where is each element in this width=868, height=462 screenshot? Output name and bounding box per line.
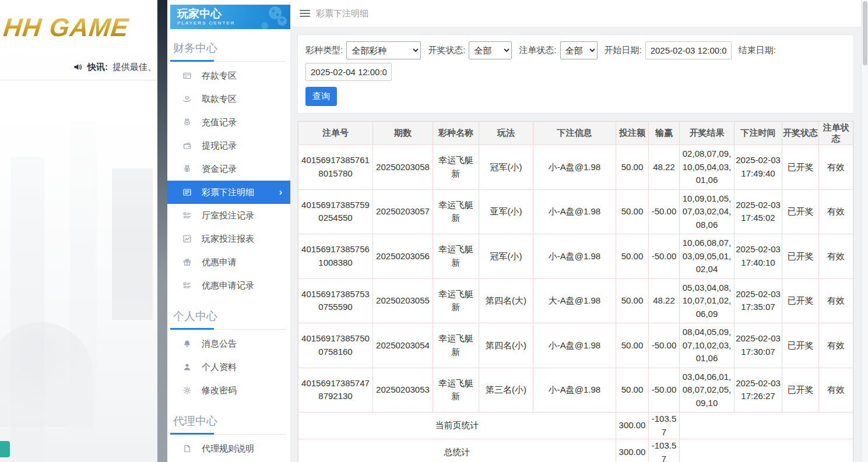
empty-cell [680, 412, 853, 439]
table-cell: 已开奖 [782, 368, 819, 412]
table-cell: 第三名(小) [479, 368, 533, 412]
section-underline [170, 61, 286, 62]
sidebar-item-promo-apply-records[interactable]: 优惠申请记录 [167, 274, 290, 297]
table-cell: -50.00 [649, 234, 680, 279]
sidebar-item-hall-bet-records[interactable]: 厅室投注记录 [167, 204, 290, 227]
table-cell: 幸运飞艇新 [433, 145, 479, 190]
sidebar-item-agent-rules[interactable]: 代理规则说明 [167, 437, 290, 460]
sidebar-item-recharge-records[interactable]: 充值记录 [167, 111, 290, 134]
start-date-input[interactable] [645, 41, 732, 59]
scrollbar-thumb[interactable] [863, 1, 867, 65]
end-date-label: 结束日期: [739, 45, 776, 56]
end-date-input[interactable] [305, 63, 392, 81]
bets-table: 注单号期数彩种名称玩法下注信息投注额输赢开奖结果下注时间开奖状态注单状态4015… [298, 121, 853, 462]
table-cell: 48.22 [649, 145, 680, 190]
draw-status-label: 开奖状态: [428, 45, 465, 56]
table-cell: 大-A盘@1.98 [533, 278, 616, 323]
table-cell: 已开奖 [782, 145, 819, 190]
order-status-label: 注单状态: [519, 45, 556, 56]
column-header: 下注时间 [735, 122, 782, 145]
sidebar-item-label: 取款专区 [202, 94, 237, 105]
table-cell: 有效 [819, 323, 853, 368]
table-cell: 2025-02-03 17:45:02 [735, 189, 782, 234]
table-cell: 20250203055 [373, 278, 433, 323]
table-cell: 401569173857500758160 [298, 323, 373, 368]
money-bag-icon [182, 118, 192, 127]
sidebar-item-message-announcements[interactable]: 消息公告 [167, 332, 290, 355]
table-cell: 50.00 [616, 145, 649, 190]
sidebar-item-withdraw-zone[interactable]: 取款专区 [167, 87, 290, 111]
table-row: 40156917385747879213020250203053幸运飞艇新第三名… [298, 368, 853, 412]
speaker-icon [73, 62, 83, 72]
sidebar-item-deposit-zone[interactable]: 存款专区 [167, 64, 290, 87]
table-cell: 10,09,01,05,07,03,02,04,08,06 [680, 189, 735, 234]
table-cell: 已开奖 [782, 189, 819, 234]
person-icon [182, 362, 192, 372]
sidebar-item-label: 厅室投注记录 [202, 210, 254, 221]
table-cell: 02,08,07,09,10,05,04,03,01,06 [680, 145, 735, 190]
floating-widget-tab[interactable] [0, 441, 10, 457]
sidebar-item-label: 存款专区 [202, 70, 237, 82]
table-cell: 20250203056 [373, 234, 433, 279]
table-cell: 有效 [819, 189, 853, 234]
draw-status-select[interactable]: 全部 [469, 41, 512, 59]
sidebar-header: 玩家中心 PLAYERS CENTER [170, 5, 290, 29]
site-logo: HH GAME [2, 13, 130, 42]
lottery-type-label: 彩种类型: [305, 45, 343, 56]
table-cell: 03,04,06,01,08,07,02,05,09,10 [680, 368, 735, 412]
table-cell: 50.00 [616, 234, 649, 279]
table-cell: 有效 [819, 278, 853, 323]
section-underline [170, 329, 286, 330]
page-scrollbar[interactable] [861, 0, 868, 462]
sidebar-item-funds-records[interactable]: 资金记录 [167, 157, 290, 181]
table-cell: 幸运飞艇新 [433, 323, 479, 368]
sidebar-item-label: 充值记录 [202, 117, 237, 128]
table-cell: 50.00 [616, 323, 649, 368]
table-header-row: 注单号期数彩种名称玩法下注信息投注额输赢开奖结果下注时间开奖状态注单状态 [298, 122, 853, 145]
sidebar-item-player-bet-report[interactable]: 玩家投注报表 [167, 227, 290, 251]
table-cell: 小-A盘@1.98 [533, 368, 616, 412]
sidebar-item-change-password[interactable]: 修改密码 [167, 379, 290, 402]
table-row: 40156917385750075816020250203054幸运飞艇新第四名… [298, 323, 853, 368]
table-cell: 401569173857478792130 [298, 368, 373, 412]
table-cell: 已开奖 [782, 234, 819, 279]
search-button[interactable]: 查询 [305, 87, 337, 106]
sidebar-item-personal-profile[interactable]: 个人资料 [167, 355, 290, 379]
list-grid-icon [182, 211, 192, 220]
column-header: 开奖状态 [782, 122, 819, 145]
table-cell: 已开奖 [782, 278, 819, 323]
sidebar-subtitle: PLAYERS CENTER [177, 20, 290, 26]
column-header: 投注额 [616, 122, 649, 145]
city-background-image [0, 81, 157, 462]
sidebar-item-label: 提现记录 [202, 140, 237, 151]
table-cell: 幸运飞艇新 [433, 368, 479, 412]
sidebar-nav: 财务中心存款专区取款专区充值记录提现记录资金记录彩票下注明细›厅室投注记录玩家投… [167, 37, 290, 462]
sidebar-title: 玩家中心 [177, 8, 290, 20]
table-cell: 冠军(小) [479, 145, 533, 190]
column-header: 注单状态 [819, 122, 853, 145]
logo-area: HH GAME [0, 0, 157, 54]
order-status-select[interactable]: 全部 [560, 41, 598, 59]
table-cell: 50.00 [616, 278, 649, 323]
menu-toggle-icon[interactable] [300, 10, 310, 17]
sidebar-item-withdrawal-records[interactable]: 提现记录 [167, 134, 290, 157]
lottery-type-select[interactable]: 全部彩种 [346, 41, 421, 59]
photo-fade-overlay [0, 81, 157, 462]
column-header: 彩种名称 [433, 122, 479, 145]
news-ticker-bar: 快讯: 提供最佳、 [0, 54, 157, 80]
table-cell: 有效 [819, 145, 853, 190]
sidebar-item-label: 个人资料 [202, 362, 237, 373]
main-area: 彩票下注明细 彩种类型: 全部彩种 开奖状态: 全部 注单状态: 全部 开始日期… [290, 0, 861, 462]
page-summary-row: 当前页统计300.00-103.57 [298, 412, 853, 439]
column-header: 开奖结果 [680, 122, 735, 145]
table-cell: 48.22 [649, 278, 680, 323]
table-cell: 20250203053 [373, 368, 433, 412]
ticker-text: 提供最佳、 [113, 62, 156, 73]
sidebar-item-promo-apply[interactable]: 优惠申请 [167, 251, 290, 274]
withdraw-hand-icon [182, 94, 192, 104]
sidebar-item-lottery-bet-details[interactable]: 彩票下注明细› [167, 181, 290, 204]
table-cell: 幸运飞艇新 [433, 189, 479, 234]
table-cell: 小-A盘@1.98 [533, 189, 616, 234]
table-cell: 20250203058 [373, 145, 433, 190]
report-chart-icon [182, 234, 192, 244]
